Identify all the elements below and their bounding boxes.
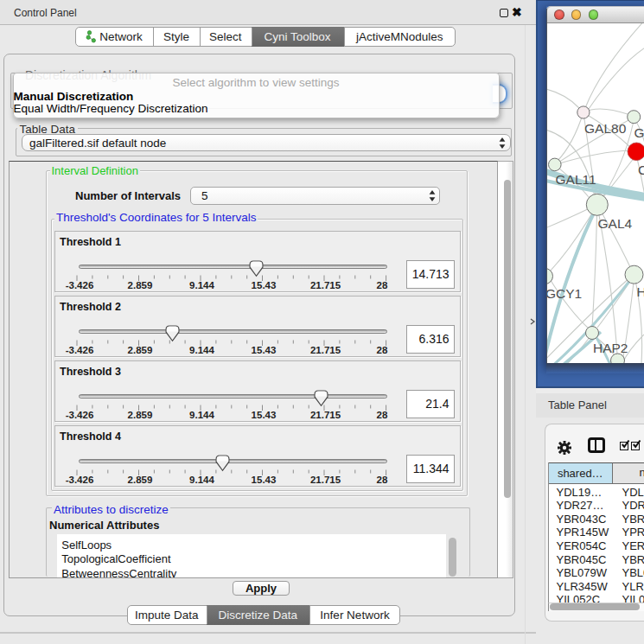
svg-text:HAP2: HAP2: [593, 341, 628, 355]
svg-text:GAL4: GAL4: [597, 216, 632, 231]
svg-text:GA: GA: [634, 125, 644, 140]
svg-text:GCY1: GCY1: [547, 286, 582, 301]
svg-text:GAL11: GAL11: [555, 172, 596, 187]
svg-text:H: H: [636, 284, 644, 299]
svg-text:GAL80: GAL80: [584, 121, 627, 136]
svg-text:C: C: [638, 163, 644, 177]
